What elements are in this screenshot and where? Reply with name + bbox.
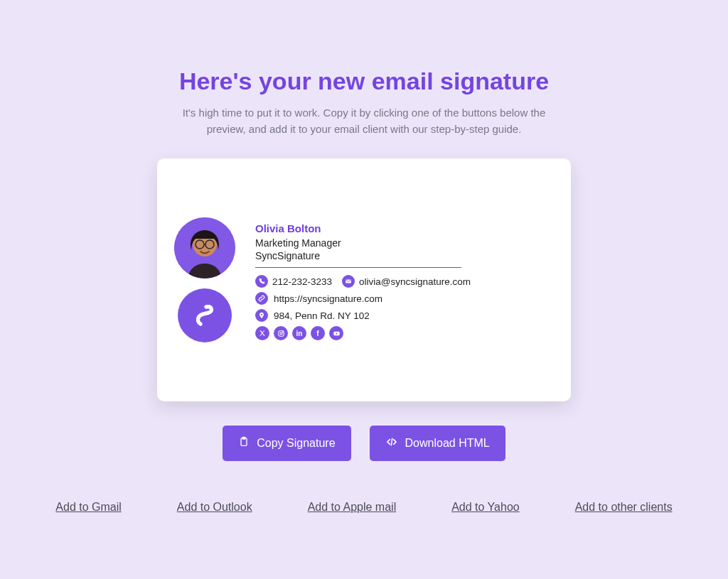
svg-point-9 (282, 331, 283, 332)
page-subtitle: It's high time to put it to work. Copy i… (172, 105, 556, 137)
add-to-apple-mail-link[interactable]: Add to Apple mail (308, 501, 397, 514)
facebook-icon[interactable]: f (311, 326, 325, 340)
youtube-icon[interactable] (329, 326, 343, 340)
add-to-outlook-link[interactable]: Add to Outlook (177, 501, 252, 514)
location-icon (255, 309, 268, 322)
signature-website: https://syncsignature.com (274, 293, 382, 304)
twitter-x-icon[interactable] (255, 326, 269, 340)
download-html-button[interactable]: Download HTML (370, 426, 505, 461)
social-row: in f (255, 326, 471, 340)
add-to-gmail-link[interactable]: Add to Gmail (55, 501, 121, 514)
page-title: Here's your new email signature (179, 67, 549, 95)
signature-preview-card: Olivia Bolton Marketing Manager SyncSign… (157, 158, 571, 401)
code-icon (385, 436, 398, 450)
copy-signature-label: Copy Signature (257, 437, 335, 450)
link-icon (255, 292, 268, 305)
avatar (174, 217, 235, 278)
instagram-icon[interactable] (274, 326, 288, 340)
add-to-other-clients-link[interactable]: Add to other clients (575, 501, 673, 514)
add-to-yahoo-link[interactable]: Add to Yahoo (451, 501, 520, 514)
signature-company: SyncSignature (255, 250, 471, 261)
signature-name: Olivia Bolton (255, 222, 471, 234)
svg-point-8 (280, 332, 282, 335)
svg-point-6 (261, 314, 262, 315)
company-logo (178, 288, 232, 342)
copy-signature-button[interactable]: Copy Signature (223, 426, 350, 461)
download-html-label: Download HTML (405, 437, 490, 450)
signature-email: olivia@syncsignature.com (359, 276, 471, 287)
phone-icon (255, 275, 268, 288)
divider (255, 267, 461, 268)
signature-address: 984, Penn Rd. NY 102 (274, 310, 370, 321)
clipboard-icon (238, 435, 250, 451)
signature-phone: 212-232-3233 (272, 276, 332, 287)
signature-role: Marketing Manager (255, 237, 471, 249)
linkedin-icon[interactable]: in (292, 326, 306, 340)
email-icon (342, 275, 355, 288)
